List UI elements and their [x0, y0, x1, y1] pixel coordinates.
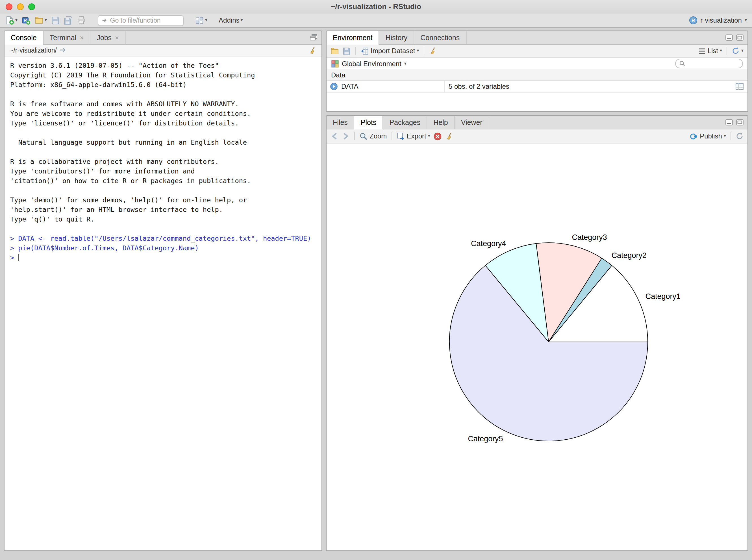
chevron-down-icon: ▾	[745, 18, 747, 23]
console-output-line: Natural language support but running in …	[10, 138, 319, 147]
forward-arrow-icon	[342, 132, 350, 140]
broom-icon	[429, 47, 436, 55]
environment-scope-selector[interactable]: Global Environment	[342, 60, 402, 67]
workspace: Console Terminal × Jobs ×	[0, 28, 752, 560]
console-output-line: Type 'license()' or 'licence()' for dist…	[10, 119, 319, 128]
environment-object-row[interactable]: DATA 5 obs. of 2 variables	[327, 81, 748, 93]
view-data-button[interactable]	[736, 83, 748, 90]
addins-label: Addins	[219, 16, 239, 24]
minimize-pane-button[interactable]	[726, 33, 733, 43]
print-icon	[77, 16, 86, 25]
open-file-button[interactable]: ▾	[35, 16, 47, 25]
goto-icon	[102, 17, 108, 24]
console-output-line	[10, 147, 319, 157]
console-output-line: Type 'contributors()' for more informati…	[10, 167, 319, 176]
export-plot-button[interactable]: Export ▾	[397, 132, 430, 140]
traffic-lights	[6, 3, 35, 10]
goto-working-directory-button[interactable]	[60, 47, 67, 54]
broom-icon	[308, 46, 317, 54]
next-plot-button[interactable]	[342, 132, 350, 140]
clear-objects-button[interactable]	[429, 47, 436, 55]
pie-label-category2: Category2	[612, 251, 647, 260]
save-button[interactable]	[51, 16, 60, 25]
chevron-down-icon: ▾	[15, 18, 18, 23]
plots-pane: Files Plots Packages Help Viewer	[326, 115, 748, 551]
tab-viewer[interactable]: Viewer	[455, 116, 489, 129]
list-view-button[interactable]: List ▾	[698, 47, 722, 55]
tab-environment[interactable]: Environment	[327, 31, 379, 45]
minimize-window-button[interactable]	[17, 3, 24, 10]
import-dataset-icon	[361, 47, 369, 55]
console-output[interactable]: R version 3.6.1 (2019-07-05) -- "Action …	[4, 57, 322, 263]
tab-packages[interactable]: Packages	[383, 116, 427, 129]
console-prompt-line[interactable]: >	[10, 253, 319, 263]
addins-button[interactable]: Addins ▾	[219, 16, 243, 24]
close-icon[interactable]: ×	[115, 34, 119, 42]
environment-toolbar: Import Dataset ▾ List ▾	[327, 45, 748, 58]
previous-plot-button[interactable]	[330, 132, 339, 140]
chevron-down-icon: ▾	[404, 61, 407, 66]
tab-viewer-label: Viewer	[461, 118, 483, 126]
tab-plots[interactable]: Plots	[354, 116, 383, 129]
save-workspace-button[interactable]	[342, 47, 351, 55]
tab-jobs[interactable]: Jobs ×	[90, 31, 126, 44]
console-output-line	[10, 90, 319, 99]
console-output-line: 'citation()' on how to cite R or R packa…	[10, 176, 319, 186]
environment-scope-row: Global Environment ▾	[327, 58, 748, 70]
maximize-pane-button[interactable]	[736, 117, 744, 127]
tab-console[interactable]: Console	[4, 31, 43, 45]
new-project-button[interactable]: R	[21, 16, 31, 25]
project-menu[interactable]: R r-visualization ▾	[688, 16, 747, 25]
titlebar: ~/r-visualization - RStudio	[0, 0, 752, 14]
object-value: 5 obs. of 2 variables	[449, 82, 509, 91]
minimize-pane-icon	[726, 34, 733, 40]
environment-search-box[interactable]	[675, 59, 743, 68]
object-name: DATA	[341, 82, 358, 91]
panes-layout-button[interactable]: ▾	[195, 16, 207, 25]
tab-connections-label: Connections	[420, 34, 460, 42]
publish-label: Publish	[700, 132, 722, 140]
chevron-down-icon: ▾	[724, 134, 726, 138]
pie-label-category3: Category3	[572, 233, 607, 242]
print-button[interactable]	[77, 16, 86, 25]
clear-all-plots-button[interactable]	[446, 132, 453, 140]
tab-connections[interactable]: Connections	[414, 31, 466, 44]
import-dataset-button[interactable]: Import Dataset ▾	[361, 47, 419, 55]
goto-file-input[interactable]	[110, 17, 180, 24]
refresh-plot-button[interactable]	[736, 132, 744, 140]
remove-plot-button[interactable]	[434, 132, 442, 140]
expand-object-icon[interactable]	[330, 82, 338, 91]
publish-button[interactable]: Publish ▾	[690, 132, 726, 140]
close-window-button[interactable]	[6, 3, 13, 10]
close-icon[interactable]: ×	[80, 34, 84, 42]
broom-icon	[446, 132, 453, 140]
refresh-environment-button[interactable]: ▾	[732, 47, 744, 55]
zoom-plot-button[interactable]: Zoom	[359, 132, 387, 140]
tab-packages-label: Packages	[389, 118, 420, 126]
console-command-line: > DATA <- read.table("/Users/lsalazar/co…	[10, 234, 319, 243]
minimize-pane-icon	[726, 119, 733, 125]
save-all-button[interactable]	[64, 16, 73, 25]
tab-jobs-label: Jobs	[97, 34, 111, 42]
maximize-pane-icon	[736, 119, 744, 125]
load-workspace-button[interactable]	[330, 47, 339, 55]
environment-section-label: Data	[331, 71, 345, 79]
main-toolbar: ▾ R ▾	[0, 14, 752, 28]
open-folder-icon	[330, 47, 339, 55]
clear-console-button[interactable]	[308, 46, 317, 54]
popout-console-button[interactable]	[310, 33, 318, 43]
panes-grid-icon	[195, 16, 204, 25]
minimize-pane-button[interactable]	[726, 117, 733, 127]
environment-pane: Environment History Connections	[326, 31, 748, 112]
environment-icon	[331, 60, 339, 67]
new-file-button[interactable]: ▾	[5, 16, 18, 25]
rstudio-window: ~/r-visualization - RStudio ▾ R	[0, 0, 752, 560]
maximize-pane-button[interactable]	[736, 33, 744, 43]
goto-file-box[interactable]	[98, 15, 184, 26]
zoom-window-button[interactable]	[28, 3, 35, 10]
tab-help[interactable]: Help	[427, 116, 454, 129]
remove-plot-icon	[434, 132, 442, 140]
tab-history[interactable]: History	[379, 31, 414, 44]
tab-files[interactable]: Files	[327, 116, 354, 129]
tab-terminal[interactable]: Terminal ×	[43, 31, 91, 44]
